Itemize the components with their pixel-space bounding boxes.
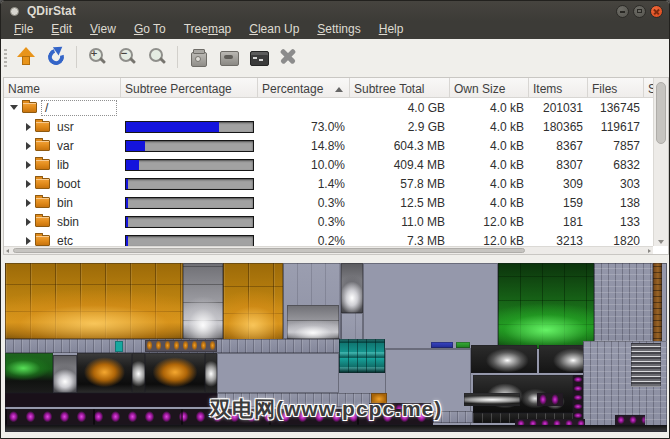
scroll-left-arrow-icon[interactable] — [6, 249, 9, 253]
treemap-tile-dark-white[interactable] — [132, 353, 145, 393]
column-header-items[interactable]: Items — [529, 78, 588, 97]
menu-go-to[interactable]: Go To — [125, 21, 175, 39]
own-size-value: 4.0 kB — [450, 193, 529, 212]
treemap-tile-magenta-chips[interactable] — [615, 415, 645, 425]
treemap-tile-silver[interactable] — [183, 263, 223, 339]
expand-arrow-icon[interactable] — [26, 237, 31, 245]
column-header-own-size[interactable]: Own Size — [450, 78, 529, 97]
treemap-tile-silverglow[interactable] — [341, 263, 363, 313]
column-header-label: Items — [533, 82, 562, 96]
column-header-files[interactable]: Files — [588, 78, 644, 97]
scroll-right-arrow-icon[interactable] — [648, 249, 651, 253]
archive-button[interactable] — [215, 44, 241, 70]
table-row[interactable]: usr73.0%2.9 GB4.0 kB180365119617 — [4, 117, 668, 136]
horizontal-scrollbar-thumb[interactable] — [13, 248, 525, 253]
column-header-name[interactable]: Name — [4, 78, 121, 97]
zoom-in-button[interactable]: + — [84, 44, 110, 70]
menu-help[interactable]: Help — [370, 21, 413, 39]
terminal-button[interactable] — [245, 44, 271, 70]
treemap-tile-green-chip[interactable] — [456, 342, 470, 348]
collapse-arrow-icon[interactable] — [10, 105, 18, 110]
table-row[interactable]: lib10.0%409.4 MB4.0 kB83076832 — [4, 155, 668, 174]
treemap-tile-dark-white[interactable] — [205, 353, 217, 393]
treemap-tile-brown[interactable] — [653, 263, 662, 345]
column-header-label: Files — [592, 82, 617, 96]
column-header-subtree-total[interactable]: Subtree Total — [350, 78, 450, 97]
go-up-button[interactable] — [13, 44, 39, 70]
refresh-button[interactable] — [43, 44, 69, 70]
table-row[interactable]: bin0.3%12.5 MB4.0 kB159138 — [4, 193, 668, 212]
expand-arrow-icon[interactable] — [26, 218, 31, 226]
maximize-button[interactable] — [633, 5, 646, 18]
treemap-tile-dark-white-big[interactable] — [471, 345, 537, 373]
treemap-tile-green-dark[interactable] — [5, 353, 53, 393]
percent-bar — [125, 216, 254, 228]
toolbar: +− — [1, 39, 669, 75]
expand-arrow-icon[interactable] — [26, 180, 31, 188]
treemap-tile-orange[interactable] — [5, 263, 183, 339]
horizontal-scrollbar[interactable] — [4, 246, 653, 254]
treemap-tile-orange[interactable] — [223, 263, 283, 341]
table-row[interactable]: sbin0.3%11.0 MB12.0 kB181133 — [4, 212, 668, 231]
delete-button[interactable] — [275, 44, 301, 70]
table-row[interactable]: boot1.4%57.8 MB4.0 kB309303 — [4, 174, 668, 193]
column-header-percentage[interactable]: Percentage — [258, 78, 350, 97]
scroll-down-arrow-icon[interactable] — [658, 240, 664, 244]
treemap-tile-teal-tiles[interactable] — [339, 339, 385, 373]
treemap-tile-dark-white[interactable] — [464, 393, 520, 406]
treemap-tile-magenta-chips[interactable] — [537, 393, 563, 406]
toolbar-drag-handle[interactable] — [4, 47, 7, 67]
treemap-tile-gray-vstrips[interactable] — [631, 343, 661, 387]
menu-edit[interactable]: Edit — [42, 21, 81, 39]
treemap-tile-green[interactable] — [498, 263, 594, 349]
vertical-scrollbar-thumb[interactable] — [656, 82, 666, 144]
treemap-tile-magenta-row[interactable] — [5, 393, 217, 407]
treemap-tile-silverglow-sm[interactable] — [53, 355, 77, 393]
treemap-tile-tiles[interactable] — [217, 353, 339, 393]
treemap-tile-dark-orange[interactable] — [77, 353, 132, 393]
menu-clean-up[interactable]: Clean Up — [240, 21, 308, 39]
zoom-reset-button[interactable] — [144, 44, 170, 70]
menu-file[interactable]: File — [5, 21, 42, 39]
treemap-tile-dark-strip[interactable] — [5, 425, 667, 432]
expand-arrow-icon[interactable] — [26, 161, 31, 169]
treemap-tile-blue-chip[interactable] — [431, 342, 453, 348]
expand-arrow-icon[interactable] — [26, 199, 31, 207]
treemap-tile-tiles[interactable] — [363, 263, 498, 349]
close-button[interactable] — [650, 5, 663, 18]
expand-arrow-icon[interactable] — [26, 123, 31, 131]
subtree-total-value: 11.0 MB — [350, 212, 450, 231]
move-to-trash-button[interactable] — [185, 44, 211, 70]
treemap-tile-dark-orange[interactable] — [145, 353, 205, 393]
column-header-label: Own Size — [454, 82, 505, 96]
splitter[interactable] — [1, 255, 669, 263]
zoom-out-button[interactable]: − — [114, 44, 140, 70]
toolbar-separator — [177, 46, 178, 68]
percentage-value — [258, 98, 350, 117]
vertical-scrollbar[interactable] — [653, 78, 668, 246]
expand-arrow-icon[interactable] — [26, 142, 31, 150]
minimize-button[interactable] — [616, 5, 629, 18]
files-count: 303 — [588, 174, 644, 193]
menu-settings[interactable]: Settings — [308, 21, 369, 39]
column-header-subtree-percentage[interactable]: Subtree Percentage — [121, 78, 258, 97]
treemap-view[interactable]: 双电网(www.pcpc.me) — [5, 263, 667, 432]
items-count: 309 — [529, 174, 588, 193]
watermark-text: 双电网(www.pcpc.me) — [210, 395, 442, 423]
files-count: 6832 — [588, 155, 644, 174]
menu-treemap[interactable]: Treemap — [175, 21, 241, 39]
title-bar[interactable]: QDirStat — [1, 1, 669, 21]
treemap-tile-tiles-dense[interactable] — [594, 263, 653, 347]
percentage-value: 14.8% — [258, 136, 350, 155]
treemap-tile-orange-dots[interactable] — [145, 340, 217, 352]
table-row[interactable]: var14.8%604.3 MB4.0 kB83677857 — [4, 136, 668, 155]
treemap-tile-silver[interactable] — [287, 305, 339, 339]
menu-view[interactable]: View — [81, 21, 125, 39]
menu-bar: FileEditViewGo ToTreemapClean UpSettings… — [1, 21, 669, 39]
table-row[interactable]: /4.0 GB4.0 kB201031136745 — [4, 98, 668, 117]
items-count: 180365 — [529, 117, 588, 136]
directory-name: lib — [54, 158, 72, 172]
table-rows: /4.0 GB4.0 kB201031136745usr73.0%2.9 GB4… — [4, 98, 668, 250]
treemap-tile-magenta-dots-v[interactable] — [573, 375, 583, 421]
treemap-tile-teal[interactable] — [115, 341, 123, 352]
